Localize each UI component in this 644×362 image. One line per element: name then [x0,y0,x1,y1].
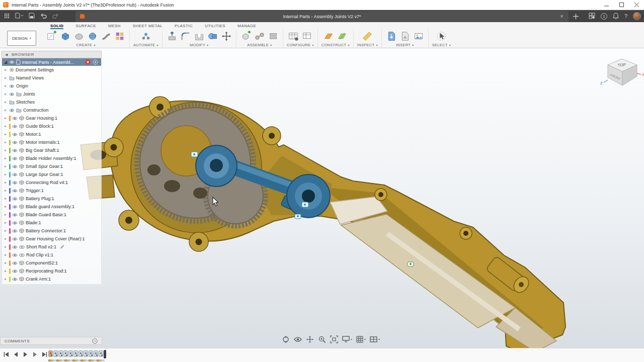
timeline-joint-marker[interactable] [68,350,73,357]
browser-component-row[interactable]: ▸ Blade Guard Base:1 [2,211,101,219]
zoom-icon[interactable] [318,335,326,343]
joint-icon[interactable] [254,30,266,42]
visibility-eye-icon[interactable] [12,189,18,193]
expander-icon[interactable]: ▸ [4,205,8,209]
browser-component-row[interactable]: ▸ Motor:1 [2,130,101,138]
automate-menu[interactable]: AUTOMATE▾ [133,43,158,47]
ribbon-tab[interactable]: SHEET METAL [133,24,163,29]
timeline-joint-marker[interactable] [84,350,88,357]
expander-icon[interactable]: ▸ [4,140,8,144]
help-icon[interactable]: ? [624,13,627,19]
browser-folder-row[interactable]: ▸ Document Settings [2,66,101,74]
browser-component-row[interactable]: ▸ Gear Housing:1 [2,114,101,122]
timeline-joint-marker[interactable] [48,350,53,357]
browser-component-row[interactable]: ▸ Blade Holder Assembly:1 [2,154,101,162]
step-forward-button[interactable] [31,351,38,358]
browser-component-row[interactable]: ▸ Connecting Rod v4:1 [2,178,101,187]
timeline-joint-marker[interactable] [99,350,103,357]
new-component-icon[interactable] [240,30,252,42]
display-settings-icon[interactable]: ▾ [342,336,352,343]
browser-component-row[interactable]: ▸ Rod Clip v1:1 [2,251,101,259]
collapse-panel-icon[interactable]: ◀ [5,53,8,57]
construct-menu[interactable]: CONSTRUCT▾ [321,43,350,47]
timeline-joint-marker[interactable] [89,350,93,357]
browser-component-row[interactable]: ▸ Blade guard Assembly:1 [2,203,101,211]
timeline-joint-marker[interactable] [73,350,78,357]
expander-icon[interactable]: ▸ [4,132,8,136]
step-back-button[interactable] [12,351,19,358]
timeline-joint-marker[interactable] [78,350,83,357]
browser-folder-row[interactable]: ▸ Named Views [2,74,101,82]
ribbon-tab[interactable]: SOLID [50,24,63,29]
browser-component-row[interactable]: ▸ Short Rod v2:1 [2,243,101,251]
file-menu-icon[interactable] [15,13,23,20]
select-cursor-icon[interactable] [435,30,447,42]
expander-icon[interactable]: ▸ [4,253,8,257]
timeline-joint-marker[interactable] [94,350,98,357]
job-status-badge[interactable]: 1 [601,13,607,20]
press-pull-icon[interactable] [166,30,178,42]
browser-root-row[interactable]: ◢ Internal Parts - Assembl... [2,58,101,66]
ribbon-tab[interactable]: SURFACE [75,24,96,29]
expander-icon[interactable]: ▸ [4,148,8,152]
visibility-eye-icon[interactable] [12,156,18,161]
expander-icon[interactable]: ▸ [4,221,8,225]
orbit-icon[interactable] [282,335,290,343]
rigid-group-icon[interactable] [267,30,279,42]
browser-component-row[interactable]: ▸ Motor Internals:1 [2,138,101,146]
pipe-icon[interactable] [100,30,112,42]
visibility-eye-icon[interactable] [12,180,18,185]
timeline-minimap[interactable] [48,359,105,361]
visibility-eye-icon[interactable] [12,172,18,177]
extensions-icon[interactable] [589,13,595,20]
visibility-eye-icon[interactable] [12,148,18,153]
visibility-eye-icon[interactable] [12,132,18,137]
expander-icon[interactable]: ▸ [4,156,8,160]
expand-all-icon[interactable]: ◢ [4,60,8,64]
construction-axis-icon[interactable] [336,30,348,42]
modify-menu[interactable]: MODIFY▾ [190,43,208,47]
offset-plane-icon[interactable] [323,30,335,42]
viewports-icon[interactable]: ▾ [370,336,380,343]
visibility-eye-icon[interactable] [12,205,18,209]
minimize-button[interactable] [599,0,614,10]
close-tab-icon[interactable]: × [558,13,565,19]
browser-folder-row[interactable]: ▸ Construction [2,106,101,114]
visibility-eye-icon[interactable] [12,245,18,249]
expander-icon[interactable]: ▸ [4,237,8,241]
view-cube[interactable]: TOP FRONT X Z [599,51,644,90]
combine-icon[interactable] [207,30,219,42]
undo-icon[interactable] [40,13,47,20]
ribbon-tab[interactable]: MESH [108,24,121,29]
play-button[interactable] [22,351,29,358]
expander-icon[interactable]: ▸ [4,164,8,168]
look-at-icon[interactable] [294,336,302,342]
visibility-eye-icon[interactable] [9,84,15,88]
visibility-eye-icon[interactable] [12,197,18,201]
browser-component-row[interactable]: ▸ Gear Housing Cover (Rear):1 [2,235,101,243]
decal-icon[interactable] [413,30,425,42]
fit-icon[interactable] [330,335,338,343]
browser-component-row[interactable]: ▸ Crank Arm:1 [2,275,101,283]
timeline-scrubber[interactable] [104,350,106,358]
select-menu[interactable]: SELECT▾ [432,43,451,47]
redo-icon[interactable] [52,13,59,20]
create-form-icon[interactable] [73,30,85,42]
visibility-eye-icon[interactable] [9,108,15,113]
browser-component-row[interactable]: ▸ Big Gear Shaft:1 [2,146,101,154]
browser-component-row[interactable]: ▸ Component52:1 [2,259,101,267]
insert-menu[interactable]: INSERT▾ [396,43,414,47]
expander-icon[interactable]: ▸ [4,100,8,104]
configure-menu[interactable]: CONFIGURE▾ [287,43,314,47]
visibility-eye-icon[interactable] [9,92,15,97]
go-to-end-button[interactable] [41,351,48,358]
ribbon-tab[interactable]: MANAGE [237,24,256,29]
expander-icon[interactable]: ▸ [4,116,8,120]
visibility-eye-icon[interactable] [12,213,18,217]
timeline-joint-marker[interactable] [58,350,63,357]
expander-icon[interactable]: ▸ [4,269,8,273]
visibility-eye-icon[interactable] [12,277,18,282]
browser-component-row[interactable]: ▸ Guide Block:1 [2,122,101,130]
expander-icon[interactable]: ▸ [4,84,8,88]
maximize-button[interactable] [614,0,629,10]
